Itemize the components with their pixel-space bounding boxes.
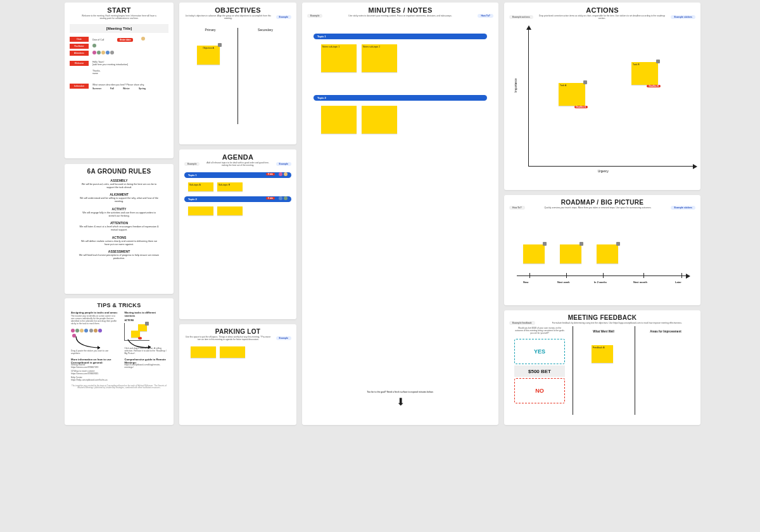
sticky-objective[interactable]: Objective A bbox=[197, 46, 220, 65]
rule-heading: ASSEMBLY bbox=[70, 179, 168, 182]
sticky-parking[interactable] bbox=[220, 346, 245, 358]
row-welcome: Welcome Hello Team! [add here your meeti… bbox=[70, 61, 168, 75]
enter-date-button[interactable]: Enter date bbox=[117, 38, 133, 42]
time-tag: X min bbox=[266, 173, 275, 175]
arrow-right-icon bbox=[693, 164, 697, 169]
example-pill[interactable]: Example bbox=[276, 162, 291, 166]
rule-heading: ACTIVITY bbox=[70, 207, 168, 211]
mini-sticky[interactable]: · bbox=[131, 331, 140, 338]
sticky-subtopic[interactable] bbox=[217, 206, 243, 215]
sticky-roadmap[interactable] bbox=[597, 244, 618, 263]
howto-pill[interactable]: How To? bbox=[478, 14, 493, 18]
sticky-task[interactable]: Task B Deadline B bbox=[631, 62, 658, 85]
link[interactable]: https://conceptboard.com/blog/remote-mee… bbox=[124, 364, 167, 369]
agenda-title: AGENDA bbox=[184, 153, 291, 161]
link[interactable]: https://vimeo.com/378669565 bbox=[71, 373, 118, 376]
season[interactable]: Winter bbox=[123, 87, 130, 90]
panel-ground-rules[interactable]: 6A GROUND RULES ASSEMBLY We will be punc… bbox=[65, 164, 174, 294]
roadmap-title: ROADMAP / BIG PICTURE bbox=[509, 199, 695, 206]
divider bbox=[635, 326, 635, 415]
panel-actions[interactable]: ACTIONS Example actions Drop prioritized… bbox=[504, 3, 700, 190]
pin-icon bbox=[580, 242, 583, 246]
arrow-up-icon bbox=[526, 25, 531, 30]
tips-footer: This template was created by the team at… bbox=[71, 385, 167, 390]
minutes-topic-bar[interactable]: Topic 1 bbox=[314, 34, 487, 39]
season-options: Summer Fall Winter Spring bbox=[92, 87, 168, 90]
rule-heading: ALIGNMENT bbox=[70, 193, 168, 196]
rules-title: 6A GROUND RULES bbox=[70, 168, 168, 175]
link[interactable]: https://vimeo.com/378667269 bbox=[71, 367, 118, 369]
sticky-text: Notes sub-topic 1 bbox=[322, 46, 339, 48]
sticky-subtopic[interactable] bbox=[188, 206, 213, 215]
season[interactable]: Spring bbox=[139, 87, 146, 90]
arrow-right-icon bbox=[686, 274, 690, 279]
welcome-text: name bbox=[92, 72, 168, 75]
svg-marker-0 bbox=[98, 346, 100, 350]
rule-text: We will understand and be willing to sup… bbox=[70, 197, 168, 203]
timeline-axis bbox=[517, 276, 688, 276]
label-icebreaker: Icebreaker bbox=[70, 84, 89, 89]
sticky-subtopic[interactable]: Sub-topic B bbox=[217, 182, 243, 191]
col-secondary: Secondary bbox=[239, 28, 291, 32]
axis-x-label: Urgency bbox=[598, 170, 609, 173]
link[interactable]: https://help.conceptboard.com/hc/en-us bbox=[71, 379, 118, 382]
objectives-title: OBJECTIVES bbox=[184, 6, 291, 14]
tick bbox=[529, 273, 530, 278]
parking-title: PARKING LOT bbox=[184, 328, 291, 335]
example-pill[interactable]: Example feedback bbox=[509, 321, 535, 325]
no-label: NO bbox=[535, 388, 544, 394]
whiteboard-canvas[interactable]: START Welcome to the meeting. Each meeti… bbox=[0, 0, 760, 532]
start-subtitle: Welcome to the meeting. Each meeting beg… bbox=[70, 15, 168, 20]
sticky-text: Task A bbox=[560, 84, 566, 87]
meeting-title-field[interactable]: [Meeting Title] bbox=[70, 24, 168, 33]
label-facilitator: Facilitator bbox=[70, 44, 89, 49]
panel-roadmap[interactable]: ROADMAP / BIG PICTURE How To? Quickly ov… bbox=[504, 195, 700, 305]
divider bbox=[573, 326, 573, 415]
example-pill[interactable]: Example bbox=[276, 336, 291, 340]
avatar-icon bbox=[94, 329, 98, 332]
axis-x bbox=[528, 166, 694, 167]
minutes-topic-bar[interactable]: Topic 2 bbox=[314, 95, 487, 101]
yes-label: YES bbox=[534, 348, 545, 355]
topic-label: Topic 2 bbox=[188, 198, 197, 201]
sticky-note[interactable] bbox=[321, 106, 357, 134]
panel-start[interactable]: START Welcome to the meeting. Each meeti… bbox=[65, 3, 174, 158]
tick-label: Later bbox=[675, 281, 681, 284]
sticky-note[interactable] bbox=[362, 106, 397, 134]
rule-text: We will define realistic actions clearly… bbox=[70, 240, 168, 246]
sticky-text: Sub-topic A bbox=[189, 184, 201, 186]
agenda-topic-bar[interactable]: Topic 2 X min bbox=[184, 196, 291, 202]
agenda-topic-bar[interactable]: Topic 1 X min bbox=[184, 172, 291, 178]
feedback-no-box[interactable]: NO bbox=[514, 378, 565, 403]
sticky-note[interactable]: Notes sub-topic 1 bbox=[321, 44, 357, 72]
sticky-parking[interactable] bbox=[191, 346, 216, 358]
avatar-icon bbox=[110, 51, 114, 54]
season[interactable]: Summer bbox=[92, 87, 101, 90]
example-pill[interactable]: Example actions bbox=[509, 15, 533, 19]
sticky-roadmap[interactable] bbox=[523, 244, 545, 263]
panel-minutes[interactable]: MINUTES / NOTES Example Use sticky notes… bbox=[302, 3, 498, 425]
example-pill[interactable]: Example bbox=[307, 14, 322, 18]
sticky-task[interactable]: Task A Deadline A bbox=[559, 83, 585, 106]
season[interactable]: Fall bbox=[110, 87, 114, 90]
panel-parking-lot[interactable]: PARKING LOT Use this space to put the of… bbox=[179, 324, 296, 425]
label-welcome: Welcome bbox=[70, 61, 89, 66]
pin-icon bbox=[145, 322, 149, 326]
avatar-icon bbox=[101, 51, 105, 54]
deadline-tag: Deadline B bbox=[647, 85, 661, 87]
sticky-note[interactable]: Notes sub-topic 2 bbox=[362, 44, 397, 72]
tick bbox=[681, 273, 682, 278]
example-pill[interactable]: Example stickers bbox=[671, 15, 695, 19]
example-pill[interactable]: Example bbox=[184, 162, 200, 166]
panel-agenda[interactable]: AGENDA Example Add all relevant topics t… bbox=[179, 149, 296, 319]
panel-tips[interactable]: TIPS & TRICKS Assigning people to tasks … bbox=[65, 298, 174, 425]
panel-feedback[interactable]: MEETING FEEDBACK Example feedback Formul… bbox=[504, 310, 700, 425]
panel-objectives[interactable]: OBJECTIVES List today's objectives in ad… bbox=[179, 3, 296, 144]
sticky-subtopic[interactable]: Sub-topic A bbox=[188, 182, 213, 191]
sticky-roadmap[interactable] bbox=[560, 244, 581, 263]
col-improve: Areas for Improvement bbox=[635, 330, 697, 333]
sticky-feedback[interactable]: Feedback A bbox=[592, 345, 613, 363]
feedback-yes-box[interactable]: YES bbox=[514, 339, 565, 364]
example-pill[interactable]: Example bbox=[276, 15, 291, 19]
avatar-icon bbox=[284, 172, 288, 176]
